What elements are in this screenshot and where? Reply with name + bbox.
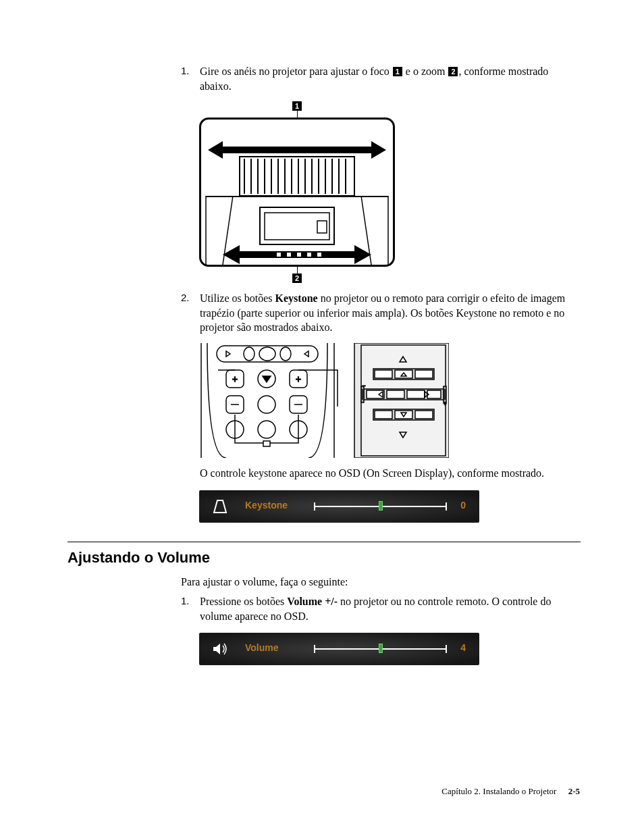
step-text: Pressione os botões Volume +/- no projet… <box>200 596 551 622</box>
steps-list-1: 1. Gire os anéis no projetor para ajusta… <box>68 64 581 93</box>
leader-line <box>297 111 298 118</box>
step-text: Gire os anéis no projetor para ajustar o… <box>200 66 548 92</box>
step-number: 1. <box>181 594 190 608</box>
figure-keystone-buttons: + + <box>199 343 449 458</box>
volume-intro: Para ajustar o volume, faça o seguinte: <box>181 575 581 590</box>
section-divider <box>68 542 581 542</box>
osd-label: Volume <box>245 642 279 653</box>
svg-point-54 <box>258 396 275 413</box>
figure-callout-bottom: 2 <box>292 273 302 283</box>
callout-2-icon: 2 <box>448 67 458 76</box>
leader-line <box>297 267 298 273</box>
svg-point-45 <box>280 347 291 361</box>
svg-rect-71 <box>387 390 404 398</box>
svg-marker-34 <box>354 255 371 264</box>
svg-marker-32 <box>223 255 240 264</box>
svg-rect-60 <box>263 441 270 446</box>
svg-point-58 <box>258 421 275 438</box>
svg-rect-83 <box>375 411 392 419</box>
callout-1-icon: 1 <box>393 67 402 76</box>
remote-and-panel-illustration: + + <box>199 343 449 458</box>
svg-rect-65 <box>375 370 392 378</box>
osd-caption: O controle keystone aparece no OSD (On S… <box>200 466 581 481</box>
osd-slider-track <box>314 506 447 507</box>
svg-marker-4 <box>208 150 223 159</box>
svg-text:+: + <box>444 400 447 407</box>
svg-rect-67 <box>415 370 433 378</box>
step-text: Utilize os botões Keystone no projetor o… <box>200 292 565 333</box>
osd-value: 4 <box>460 642 466 653</box>
svg-rect-39 <box>317 253 321 257</box>
svg-point-44 <box>259 347 275 361</box>
osd-slider-track <box>314 648 447 650</box>
volume-steps: 1. Pressione os botões Volume +/- no pro… <box>68 594 581 623</box>
svg-rect-5 <box>240 157 354 196</box>
svg-rect-85 <box>415 411 433 419</box>
page-content: 1. Gire os anéis no projetor para ajusta… <box>68 64 581 665</box>
footer-page: 2-5 <box>568 786 580 796</box>
svg-rect-66 <box>395 370 412 378</box>
svg-marker-0 <box>215 147 379 153</box>
svg-point-43 <box>244 347 254 361</box>
step-number: 1. <box>181 64 190 78</box>
osd-value: 0 <box>460 500 466 511</box>
projector-lens-illustration <box>201 120 393 265</box>
svg-marker-1 <box>208 141 223 150</box>
figure-focus-zoom: 1 <box>199 101 395 283</box>
volume-icon <box>211 640 229 660</box>
svg-rect-37 <box>297 253 301 257</box>
osd-volume-bar: Volume 4 <box>199 633 479 665</box>
step-number: 2. <box>181 291 190 305</box>
osd-slider-thumb <box>379 644 383 653</box>
svg-marker-3 <box>371 150 386 159</box>
volume-step-1: 1. Pressione os botões Volume +/- no pro… <box>181 594 581 623</box>
figure-callout-top: 1 <box>292 101 302 111</box>
page-footer: Capítulo 2. Instalando o Projetor 2-5 <box>441 786 580 797</box>
step-1: 1. Gire os anéis no projetor para ajusta… <box>181 64 581 93</box>
osd-slider-thumb <box>379 501 383 511</box>
footer-chapter: Capítulo 2. Instalando o Projetor <box>441 786 556 796</box>
steps-list-2: 2. Utilize os botões Keystone no projeto… <box>68 291 581 335</box>
svg-marker-2 <box>371 141 386 150</box>
figure-box <box>199 118 395 267</box>
section-heading: Ajustando o Volume <box>68 549 581 567</box>
svg-rect-38 <box>307 253 311 257</box>
svg-text:−: − <box>363 383 366 389</box>
keystone-icon <box>211 498 229 518</box>
svg-rect-72 <box>407 390 425 398</box>
osd-keystone-bar: Keystone 0 <box>199 490 479 523</box>
svg-rect-29 <box>317 221 327 233</box>
osd-label: Keystone <box>245 500 288 511</box>
step-2: 2. Utilize os botões Keystone no projeto… <box>181 291 581 335</box>
svg-text:+: + <box>296 374 301 384</box>
svg-rect-70 <box>367 390 384 398</box>
svg-rect-35 <box>277 253 281 257</box>
svg-rect-36 <box>287 253 291 257</box>
svg-text:+: + <box>232 374 238 384</box>
